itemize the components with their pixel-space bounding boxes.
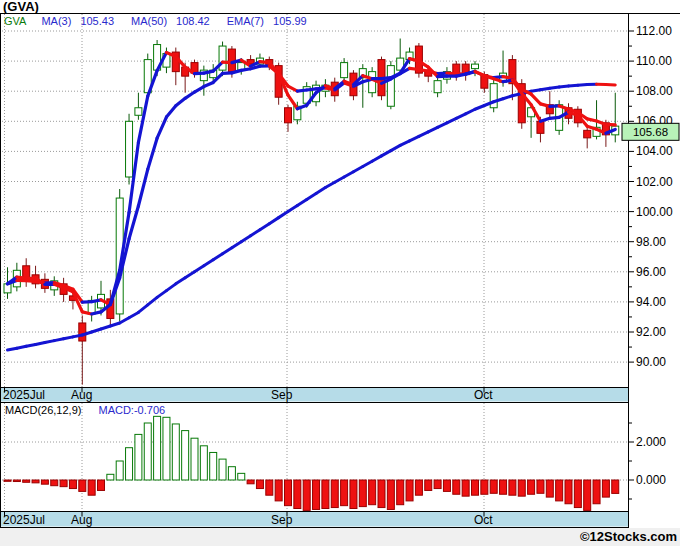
macd-bar-down [266, 480, 273, 495]
ema7-line [195, 87, 204, 92]
macd-bar-down [88, 480, 95, 495]
legend-indicator-label: MA(50) [131, 15, 167, 27]
y-axis-label: 110.00 [636, 54, 672, 68]
ma50-line [325, 182, 334, 187]
month-label-macd: 2025Jul [3, 513, 45, 527]
candle-down [285, 108, 292, 123]
macd-bar-up [238, 473, 245, 480]
macd-bar-down [556, 480, 563, 501]
macd-bar-down [98, 480, 105, 490]
ma50-line [363, 161, 372, 166]
macd-bar-down [275, 480, 282, 501]
macd-bar-down [490, 480, 497, 493]
macd-value-label: MACD:-0.706 [98, 404, 165, 416]
macd-bar-up [154, 416, 161, 480]
ma50-line [260, 224, 269, 230]
y-axis-label: 100.00 [636, 205, 673, 219]
macd-bar-down [434, 480, 441, 489]
macd-bar-up [163, 417, 170, 480]
ma50-line [120, 318, 129, 323]
chart-title: (GVA) [3, 0, 39, 14]
macd-params-label: MACD(26,12,9) [5, 404, 81, 416]
ma50-line [129, 312, 138, 317]
macd-bar-down [341, 480, 348, 506]
macd-bar-down [528, 480, 535, 494]
y-axis-label: 94.00 [636, 295, 666, 309]
macd-bar-down [406, 480, 413, 501]
macd-bar-down [415, 480, 422, 495]
last-price-label: 105.68 [633, 126, 668, 138]
ma50-line [232, 242, 241, 248]
ma50-line [195, 266, 204, 272]
macd-bar-up [107, 474, 114, 480]
macd-bar-down [602, 480, 609, 497]
ma50-line [185, 272, 194, 278]
macd-bar-up [228, 467, 235, 480]
y-axis-label: 96.00 [636, 265, 666, 279]
ma50-line [279, 212, 288, 218]
macd-bar-down [425, 480, 432, 490]
ma50-line [223, 248, 232, 254]
macd-bar-down [350, 480, 357, 509]
month-label: 2025Jul [3, 388, 45, 402]
macd-bar-down [41, 480, 48, 484]
ma3-line [138, 96, 147, 142]
macd-bar-down [537, 480, 544, 493]
macd-bar-up [116, 461, 123, 480]
macd-bar-down [593, 480, 600, 504]
y-axis-label: 98.00 [636, 235, 666, 249]
macd-bar-down [4, 480, 11, 481]
macd-bar-down [359, 480, 366, 507]
ma3-line [288, 95, 297, 109]
ma50-line [251, 230, 260, 236]
legend-indicator-value: 108.42 [176, 15, 210, 27]
macd-bar-down [574, 480, 581, 508]
legend-indicator-label: MA(3) [41, 15, 71, 27]
candle-up [387, 66, 394, 107]
ma50-line [148, 297, 157, 305]
macd-bar-down [369, 480, 376, 505]
macd-bar-down [500, 480, 507, 494]
ma50-line [176, 278, 185, 284]
macd-legend: MACD(26,12,9) MACD:-0.706 [5, 404, 165, 416]
candle-down [584, 130, 591, 138]
macd-bar-down [313, 480, 320, 509]
ma50-line [204, 260, 213, 266]
legend-indicator-value: 105.99 [273, 15, 307, 27]
macd-bar-up [191, 438, 198, 480]
ema7-line [531, 94, 540, 104]
macd-bar-down [256, 480, 263, 489]
y-axis-label: 108.00 [636, 84, 673, 98]
macd-bar-down [23, 480, 30, 482]
macd-bar-down [397, 480, 404, 505]
ma50-line [138, 305, 147, 313]
macd-bar-up [135, 434, 142, 480]
macd-axis-label: 0.000 [636, 473, 666, 487]
ma50-line [353, 166, 362, 171]
legend-symbol: GVA [4, 15, 26, 27]
macd-bar-down [584, 480, 591, 510]
legend-indicator-label: EMA(7) [227, 15, 264, 27]
candle-up [369, 72, 376, 93]
ma50-line [466, 109, 475, 114]
macd-bar-down [331, 480, 338, 508]
stock-chart-window: 112.00110.00108.00106.00104.00102.00100.… [0, 0, 680, 546]
macd-bar-up [144, 423, 151, 480]
ema7-line [148, 138, 157, 169]
macd-bar-down [285, 480, 292, 506]
ma50-line [241, 236, 250, 242]
macd-xaxis-strip [1, 512, 628, 527]
watermark-credit: ©12Stocks.com [580, 529, 677, 544]
candle-up [472, 64, 479, 69]
price-panel-frame [1, 14, 629, 403]
ema7-line [138, 169, 147, 206]
candle-up [434, 81, 441, 93]
macd-axis-label: 2.000 [636, 435, 666, 449]
candle-up [341, 63, 348, 78]
ma50-line [428, 127, 437, 132]
ema7-line [176, 98, 185, 105]
macd-bar-up [210, 452, 217, 480]
ma50-line [447, 118, 456, 123]
y-axis-label: 112.00 [636, 24, 672, 38]
ma50-line [475, 105, 484, 109]
